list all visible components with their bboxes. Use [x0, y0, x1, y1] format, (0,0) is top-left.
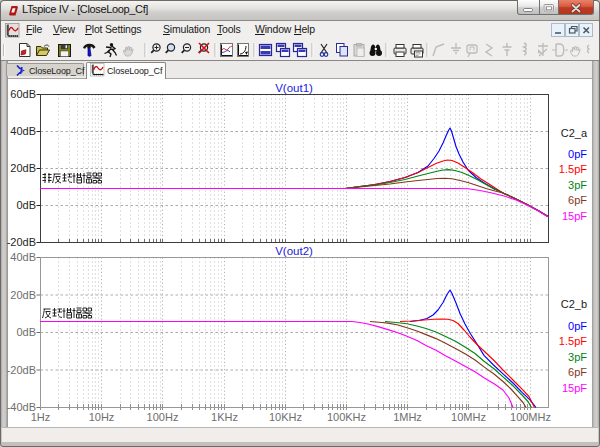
svg-text:40dB: 40dB [10, 125, 36, 137]
svg-text:15pF: 15pF [562, 210, 587, 222]
svg-text:40dB: 40dB [10, 251, 36, 263]
svg-text:100Hz: 100Hz [147, 411, 179, 423]
svg-text:6pF: 6pF [568, 366, 587, 378]
svg-text:10MHz: 10MHz [451, 411, 486, 423]
svg-text:60dB: 60dB [10, 88, 36, 100]
svg-text:1Hz: 1Hz [31, 411, 51, 423]
svg-text:15pF: 15pF [562, 382, 587, 394]
svg-text:1KHz: 1KHz [211, 411, 238, 423]
svg-text:0pF: 0pF [568, 148, 587, 160]
svg-text:0pF: 0pF [568, 320, 587, 332]
svg-text:-20dB: -20dB [7, 364, 36, 376]
svg-text:100KHz: 100KHz [327, 411, 366, 423]
svg-text:3pF: 3pF [568, 351, 587, 363]
svg-text:20dB: 20dB [10, 162, 36, 174]
svg-text:100MHz: 100MHz [510, 411, 551, 423]
svg-text:3pF: 3pF [568, 179, 587, 191]
svg-text:20dB: 20dB [10, 289, 36, 301]
svg-text:-20dB: -20dB [7, 236, 36, 248]
svg-text:1.5pF: 1.5pF [559, 163, 587, 175]
svg-text:V(out1): V(out1) [275, 82, 313, 94]
svg-text:C2_b: C2_b [561, 298, 587, 310]
svg-text:1MHz: 1MHz [393, 411, 422, 423]
svg-text:1.5pF: 1.5pF [559, 335, 587, 347]
svg-text:C2_a: C2_a [561, 127, 588, 139]
svg-text:0dB: 0dB [16, 199, 36, 211]
svg-text:6pF: 6pF [568, 194, 587, 206]
svg-text:10KHz: 10KHz [269, 411, 302, 423]
svg-text:V(out2): V(out2) [275, 245, 313, 257]
svg-text:0dB: 0dB [16, 326, 36, 338]
svg-text:10Hz: 10Hz [89, 411, 115, 423]
